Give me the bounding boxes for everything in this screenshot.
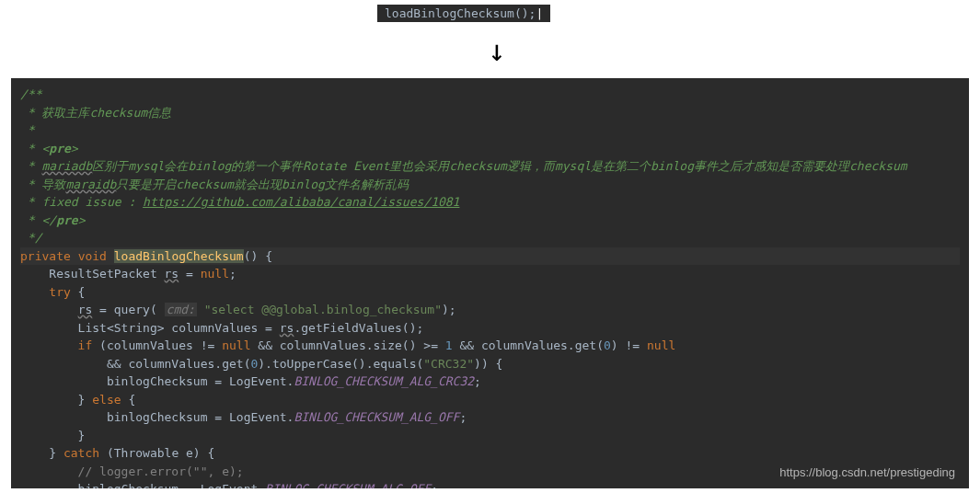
- method-signature-line: private void loadBinlogChecksum() {: [20, 247, 960, 266]
- code-line: } else {: [20, 393, 135, 407]
- param-hint: cmd:: [165, 303, 197, 316]
- method-name-highlight: loadBinlogChecksum: [114, 249, 244, 263]
- top-code-snippet: loadBinlogChecksum();|: [377, 5, 550, 22]
- comment-line: * <pre>: [20, 142, 78, 155]
- code-line: } catch (Throwable e) {: [20, 446, 214, 460]
- comment-line: * </pre>: [20, 213, 85, 227]
- code-line: rs = query( cmd: "select @@global.binlog…: [20, 303, 456, 316]
- comment-line: /**: [20, 87, 41, 101]
- method-call-text: loadBinlogChecksum();: [385, 6, 536, 20]
- watermark-text: https://blog.csdn.net/prestigeding: [779, 464, 955, 482]
- code-line: binlogChecksum = LogEvent.BINLOG_CHECKSU…: [20, 410, 467, 424]
- code-line: List<String> columnValues = rs.getFieldV…: [20, 321, 423, 335]
- code-line: binlogChecksum = LogEvent.BINLOG_CHECKSU…: [20, 374, 481, 388]
- comment-line: * mariadb区别于mysql会在binlog的第一个事件Rotate Ev…: [20, 159, 907, 173]
- comment-line: * fixed issue : https://github.com/aliba…: [20, 195, 459, 209]
- code-line: binlogChecksum = LogEvent.BINLOG_CHECKSU…: [20, 482, 438, 488]
- code-editor[interactable]: /** * 获取主库checksum信息 * * <pre> * mariadb…: [11, 78, 969, 488]
- code-line: // logger.error("", e);: [20, 464, 244, 478]
- cursor-mark: |: [536, 6, 543, 20]
- code-line: ResultSetPacket rs = null;: [20, 267, 236, 281]
- issue-link[interactable]: https://github.com/alibaba/canal/issues/…: [143, 195, 459, 209]
- comment-line: * 获取主库checksum信息: [20, 106, 171, 120]
- arrow-down-icon: ↓: [488, 36, 505, 65]
- comment-line: * 导致maraidb只要是开启checksum就会出现binlog文件名解析乱…: [20, 178, 409, 191]
- code-line: }: [20, 429, 85, 442]
- comment-line: *: [20, 123, 41, 137]
- code-line: && columnValues.get(0).toUpperCase().equ…: [20, 357, 502, 371]
- comment-line: */: [20, 231, 41, 245]
- arrow-container: ↓: [488, 28, 506, 74]
- code-line: if (columnValues != null && columnValues…: [20, 338, 675, 352]
- code-line: try {: [20, 285, 85, 299]
